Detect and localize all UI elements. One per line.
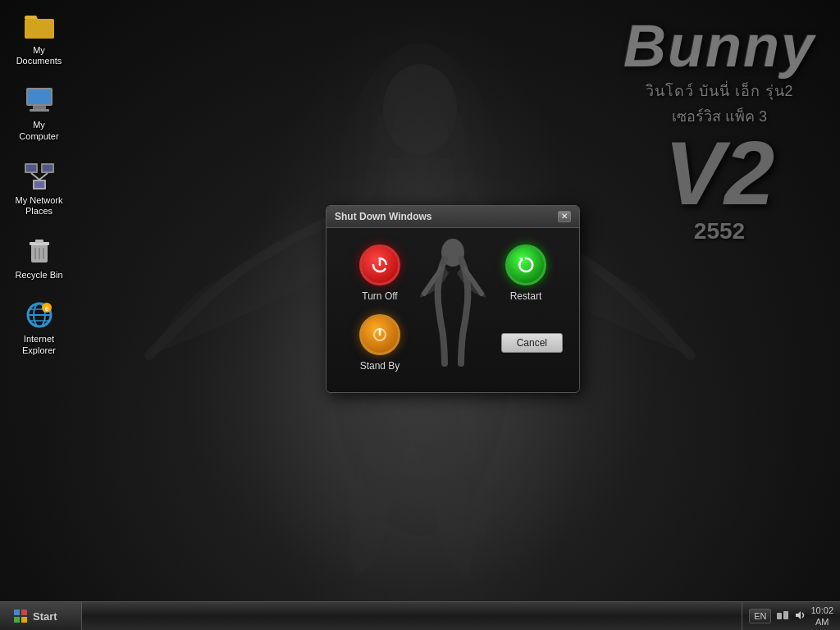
turn-off-label: Turn Off bbox=[362, 290, 397, 302]
svg-rect-37 bbox=[21, 609, 27, 615]
taskbar: Start EN 10:02 bbox=[0, 601, 840, 630]
cancel-button[interactable]: Cancel bbox=[501, 333, 563, 353]
svg-rect-39 bbox=[21, 617, 27, 623]
windows-logo-icon bbox=[13, 609, 28, 623]
standby-label: Stand By bbox=[360, 360, 400, 372]
restart-label: Restart bbox=[510, 290, 542, 302]
dialog-body: Turn Off Restart bbox=[326, 228, 579, 392]
dialog-title: Shut Down Windows bbox=[335, 211, 432, 222]
svg-rect-38 bbox=[14, 617, 20, 623]
restart-button[interactable]: Restart bbox=[489, 244, 563, 302]
svg-rect-40 bbox=[777, 613, 782, 619]
start-button-label: Start bbox=[33, 610, 57, 623]
dialog-buttons-bottom-row: Stand By Cancel bbox=[343, 314, 563, 372]
dialog-titlebar: Shut Down Windows ✕ bbox=[326, 206, 579, 228]
network-tray-icon bbox=[776, 609, 789, 624]
standby-icon bbox=[359, 314, 400, 355]
desktop: Bunny วินโดว์ บันนี่ เอ็ก รุ่น2 เซอร์วิส… bbox=[0, 0, 840, 630]
system-tray: EN 10:02 AM bbox=[742, 602, 840, 630]
svg-marker-42 bbox=[796, 611, 801, 619]
clock-time: 10:02 bbox=[810, 605, 833, 616]
shutdown-dialog: Shut Down Windows ✕ bbox=[326, 205, 580, 393]
restart-icon bbox=[505, 244, 546, 285]
dialog-close-button[interactable]: ✕ bbox=[558, 211, 571, 222]
turn-off-icon bbox=[359, 244, 400, 285]
speaker-tray-icon bbox=[794, 609, 806, 623]
clock-ampm: AM bbox=[815, 616, 829, 628]
dialog-buttons-top-row: Turn Off Restart bbox=[343, 244, 563, 302]
language-indicator[interactable]: EN bbox=[749, 609, 771, 623]
system-clock: 10:02 AM bbox=[810, 605, 833, 628]
turn-off-button[interactable]: Turn Off bbox=[343, 244, 417, 302]
standby-button[interactable]: Stand By bbox=[343, 314, 417, 372]
svg-rect-41 bbox=[783, 611, 788, 619]
dialog-overlay: Shut Down Windows ✕ bbox=[0, 0, 840, 630]
svg-rect-36 bbox=[14, 609, 20, 615]
start-button[interactable]: Start bbox=[0, 602, 82, 630]
